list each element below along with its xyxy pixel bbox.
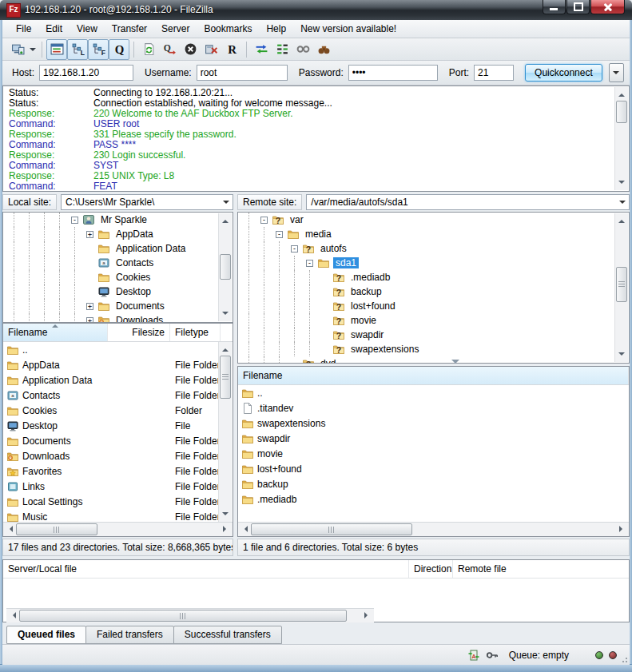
synchronized-browsing-button[interactable] xyxy=(251,39,272,60)
tab-successful-transfers[interactable]: Successful transfers xyxy=(173,626,282,644)
tree-node-mr-sparkle[interactable]: Mr Sparkle xyxy=(3,213,233,227)
menu-view[interactable]: View xyxy=(70,22,105,36)
file-row[interactable]: Documents File Folder xyxy=(3,433,233,448)
expand-expander[interactable] xyxy=(86,303,93,310)
filename-filters-button[interactable] xyxy=(292,39,313,60)
remote-directory-tree[interactable]: var media autofs sda1 .mediadb xyxy=(237,212,630,364)
file-row[interactable]: .. xyxy=(3,342,233,357)
port-input[interactable] xyxy=(474,65,514,81)
local-list-scrollbar[interactable] xyxy=(218,342,232,522)
scroll-left-arrow[interactable] xyxy=(6,609,19,622)
directory-comparison-button[interactable] xyxy=(272,39,292,60)
collapse-expander[interactable] xyxy=(260,217,268,224)
menu-edit[interactable]: Edit xyxy=(38,22,70,36)
tree-node-autofs[interactable]: autofs xyxy=(238,241,629,256)
tree-node-sda1[interactable]: sda1 xyxy=(238,256,629,270)
file-row[interactable]: Local Settings File Folder xyxy=(3,494,233,509)
menu-transfer[interactable]: Transfer xyxy=(105,22,154,36)
collapse-expander[interactable] xyxy=(291,245,298,252)
file-row[interactable]: movie xyxy=(238,446,629,461)
scroll-right-arrow[interactable] xyxy=(361,609,374,622)
scroll-down-arrow[interactable] xyxy=(615,178,628,190)
tree-node-downloads[interactable]: Downloads xyxy=(3,313,233,323)
tree-node-var[interactable]: var xyxy=(238,213,629,227)
column-header-filesize[interactable]: Filesize xyxy=(108,324,170,341)
file-row[interactable]: Desktop File xyxy=(3,418,233,433)
scroll-up-arrow[interactable] xyxy=(219,342,232,354)
tree-node-lost-found[interactable]: lost+found xyxy=(238,299,629,313)
local-file-list[interactable]: Filename Filesize Filetype .. AppData Fi… xyxy=(2,323,233,537)
scroll-right-arrow[interactable] xyxy=(220,523,233,536)
local-tree-scrollbar[interactable] xyxy=(218,213,232,321)
maximize-button[interactable] xyxy=(566,0,590,14)
quickconnect-button[interactable]: Quickconnect xyxy=(525,64,602,82)
file-row[interactable]: Application Data File Folder xyxy=(3,372,233,388)
username-input[interactable] xyxy=(197,65,288,81)
tree-node-mediadb[interactable]: .mediadb xyxy=(238,270,629,284)
collapse-expander[interactable] xyxy=(276,231,283,238)
quickconnect-dropdown[interactable] xyxy=(609,63,624,82)
file-row[interactable]: Downloads File Folder xyxy=(3,448,233,463)
toggle-remote-tree-button[interactable]: F xyxy=(88,39,109,60)
tab-queued-files[interactable]: Queued files xyxy=(6,626,86,644)
toggle-queue-button[interactable]: Q xyxy=(109,39,129,60)
local-list-hscrollbar[interactable] xyxy=(3,522,233,536)
remote-file-list[interactable]: Filename .. .titandev swapextensions swa… xyxy=(237,366,630,537)
column-header-filename[interactable]: Filename xyxy=(3,324,108,341)
expand-expander[interactable] xyxy=(86,231,93,238)
file-row[interactable]: .. xyxy=(238,385,629,400)
tree-node-desktop[interactable]: Desktop xyxy=(3,284,233,299)
scroll-thumb[interactable] xyxy=(616,267,627,302)
file-row[interactable]: Contacts File Folder xyxy=(3,388,233,403)
tree-node-application-data[interactable]: Application Data xyxy=(3,241,233,256)
password-input[interactable] xyxy=(348,65,438,81)
column-header-filename[interactable]: Filename xyxy=(238,367,629,384)
cancel-operation-button[interactable] xyxy=(180,39,201,60)
collapse-expander[interactable] xyxy=(71,217,78,224)
toggle-local-tree-button[interactable]: L xyxy=(67,39,88,60)
column-header-direction[interactable]: Direction xyxy=(409,560,453,578)
tree-node-movie[interactable]: movie xyxy=(238,313,629,328)
file-search-button[interactable] xyxy=(313,39,334,60)
scroll-right-arrow[interactable] xyxy=(616,523,629,536)
scroll-thumb[interactable] xyxy=(220,254,231,280)
tree-node-contacts[interactable]: Contacts xyxy=(3,256,233,270)
tab-failed-transfers[interactable]: Failed transfers xyxy=(85,626,174,644)
column-header-filetype[interactable]: Filetype xyxy=(170,324,221,341)
file-row[interactable]: swapdir xyxy=(238,431,629,446)
tree-node-cookies[interactable]: Cookies xyxy=(3,270,233,284)
scroll-thumb[interactable] xyxy=(251,523,412,535)
expand-expander[interactable] xyxy=(86,317,93,324)
file-row[interactable]: .titandev xyxy=(238,400,629,416)
scroll-thumb[interactable] xyxy=(19,610,347,622)
process-queue-button[interactable]: Q xyxy=(159,39,180,60)
tree-node-swapdir[interactable]: swapdir xyxy=(238,328,629,342)
local-site-combo[interactable]: C:\Users\Mr Sparkle\ xyxy=(61,194,233,210)
message-log[interactable]: Status:Connecting to 192.168.1.20:21... … xyxy=(2,85,630,192)
file-row[interactable]: lost+found xyxy=(238,461,629,476)
host-input[interactable] xyxy=(39,65,133,81)
scroll-up-arrow[interactable] xyxy=(219,213,232,225)
scroll-thumb[interactable] xyxy=(616,101,627,123)
queue-hscrollbar[interactable] xyxy=(6,608,374,622)
tree-node-swapextensions[interactable]: swapextensions xyxy=(238,342,629,356)
combo-dropdown-arrow[interactable] xyxy=(616,195,629,209)
site-manager-dropdown[interactable] xyxy=(30,48,36,54)
remote-site-combo[interactable]: /var/media/autofs/sda1 xyxy=(306,194,630,210)
file-row[interactable]: Links File Folder xyxy=(3,479,233,494)
title-bar[interactable]: 192.168.1.20 - root@192.168.1.20 - FileZ… xyxy=(0,0,632,20)
scroll-down-arrow[interactable] xyxy=(615,350,628,362)
collapse-expander[interactable] xyxy=(306,260,313,267)
toggle-message-log-button[interactable] xyxy=(46,39,67,60)
disconnect-button[interactable] xyxy=(201,39,221,60)
site-manager-button[interactable] xyxy=(7,39,28,60)
tree-node-backup[interactable]: backup xyxy=(238,284,629,299)
file-row[interactable]: Cookies Folder xyxy=(3,403,233,418)
resize-grip[interactable] xyxy=(619,654,627,662)
menu-bookmarks[interactable]: Bookmarks xyxy=(197,22,259,36)
menu-server[interactable]: Server xyxy=(154,22,197,36)
file-row[interactable]: Music File Folder xyxy=(3,509,233,522)
column-header-server-local-file[interactable]: Server/Local file xyxy=(3,560,409,578)
file-row[interactable]: AppData File Folder xyxy=(3,357,233,372)
scroll-thumb[interactable] xyxy=(220,356,231,399)
